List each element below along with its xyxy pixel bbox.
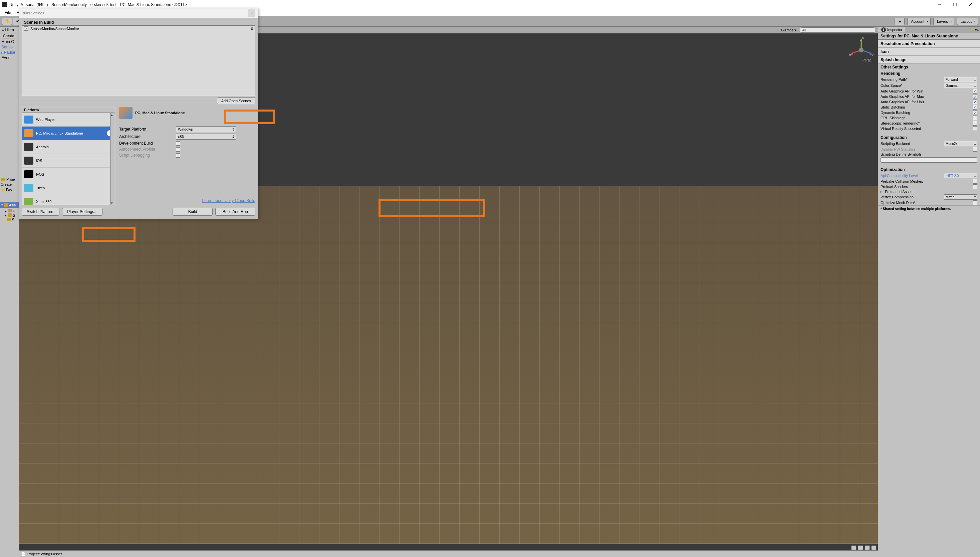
hierarchy-item[interactable]: Pause bbox=[0, 50, 19, 55]
build-and-run-button[interactable]: Build And Run bbox=[215, 208, 255, 216]
inspector-checkbox[interactable] bbox=[973, 200, 977, 205]
perspective-label[interactable]: Persp bbox=[863, 59, 871, 62]
platform-list[interactable]: Web PlayerPC, Mac & Linux StandaloneAndr… bbox=[22, 113, 115, 205]
layers-dropdown[interactable]: Layers bbox=[933, 18, 954, 25]
project-tab[interactable]: Proje bbox=[0, 177, 19, 182]
dialog-titlebar[interactable]: Build Settings × bbox=[19, 8, 258, 18]
axis-x-label: x bbox=[849, 53, 851, 57]
build-option-row: Autoconnect Profiler bbox=[119, 146, 255, 152]
status-file-name: ProjectSettings.asset bbox=[28, 552, 62, 556]
project-create-button[interactable]: Create bbox=[1, 182, 18, 186]
build-button[interactable]: Build bbox=[172, 208, 213, 216]
axis-gizmo[interactable]: z x y Persp bbox=[848, 37, 874, 64]
build-option-checkbox[interactable] bbox=[176, 141, 180, 146]
inspector-row: GPU Skinning* bbox=[878, 115, 980, 121]
inspector-checkbox[interactable] bbox=[973, 147, 977, 151]
info-icon: i bbox=[881, 28, 886, 32]
preloaded-assets-expand[interactable]: Preloaded Assets bbox=[878, 189, 980, 194]
inspector-checkbox[interactable] bbox=[973, 184, 977, 189]
cloud-build-link[interactable]: Learn about Unity Cloud Build bbox=[119, 196, 255, 205]
platform-big-icon bbox=[119, 107, 133, 119]
maximize-button[interactable] bbox=[947, 0, 963, 9]
preview-icon[interactable] bbox=[851, 545, 856, 550]
section-other[interactable]: Other Settings bbox=[878, 64, 980, 70]
hand-tool-button[interactable]: ✋ bbox=[2, 18, 12, 25]
folder-icon bbox=[8, 213, 12, 217]
platform-item[interactable]: tvOS bbox=[22, 168, 115, 181]
cloud-button[interactable]: ☁ bbox=[895, 18, 905, 25]
hierarchy-panel: ≡ Hiera Create Main C Senso Pause Event bbox=[0, 27, 19, 60]
platform-item[interactable]: PC, Mac & Linux Standalone bbox=[22, 127, 115, 140]
inspector-row: Static Batching bbox=[878, 104, 980, 110]
gizmos-dropdown[interactable]: Gizmos ▾ bbox=[781, 28, 796, 33]
scripting-symbols-input[interactable] bbox=[881, 157, 977, 163]
hierarchy-item[interactable]: Event bbox=[0, 55, 19, 60]
scene-item[interactable]: SensorMonitor/SensorMonitor 0 bbox=[22, 26, 255, 31]
section-resolution[interactable]: Resolution and Presentation bbox=[878, 40, 980, 48]
project-subfolder[interactable]: ▸ P bbox=[5, 209, 15, 213]
inspector-checkbox[interactable] bbox=[973, 89, 977, 93]
inspector-select[interactable]: Mixed ... bbox=[944, 194, 977, 200]
preview-icon[interactable] bbox=[858, 545, 863, 550]
hierarchy-tab[interactable]: ≡ Hiera bbox=[0, 27, 19, 33]
inspector-checkbox[interactable] bbox=[973, 121, 977, 125]
inspector-select[interactable]: Mono2x bbox=[944, 141, 977, 146]
preview-icon[interactable] bbox=[865, 545, 870, 550]
platform-item[interactable]: Tizen bbox=[22, 181, 115, 195]
inspector-label: Api Compatibility Level bbox=[881, 174, 942, 178]
project-subfolder[interactable]: ▸ S bbox=[5, 213, 15, 218]
platform-item[interactable]: iOS bbox=[22, 154, 115, 168]
inspector-select[interactable]: .NET 2.0 bbox=[944, 173, 977, 178]
inspector-checkbox[interactable] bbox=[973, 116, 977, 120]
scene-search-input[interactable] bbox=[799, 28, 876, 33]
favorites-item[interactable]: ★Fav bbox=[0, 187, 19, 192]
layout-dropdown[interactable]: Layout bbox=[957, 18, 978, 25]
build-option-select[interactable]: Windows bbox=[176, 126, 236, 132]
inspector-checkbox[interactable] bbox=[973, 94, 977, 99]
hierarchy-create-button[interactable]: Create bbox=[1, 33, 16, 38]
section-splash[interactable]: Splash Image bbox=[878, 56, 980, 64]
project-subfolder[interactable]: S bbox=[5, 218, 15, 222]
platform-header: Platform bbox=[22, 107, 115, 113]
platform-item[interactable]: Xbox 360 bbox=[22, 195, 115, 205]
scene-list[interactable]: SensorMonitor/SensorMonitor 0 bbox=[22, 26, 255, 96]
player-settings-button[interactable]: Player Settings... bbox=[62, 208, 102, 216]
platform-item[interactable]: Android bbox=[22, 140, 115, 154]
group-configuration: Configuration bbox=[878, 135, 980, 140]
assets-folder-selected[interactable]: Ass bbox=[0, 202, 19, 208]
close-button[interactable] bbox=[963, 0, 978, 9]
preview-icon[interactable] bbox=[871, 545, 876, 550]
shared-setting-note: * Shared setting between multiple platfo… bbox=[878, 205, 980, 212]
platform-icon bbox=[24, 184, 33, 192]
inspector-checkbox[interactable] bbox=[973, 99, 977, 104]
platform-scrollbar[interactable] bbox=[110, 113, 115, 205]
menu-file[interactable]: File bbox=[2, 10, 14, 15]
inspector-tab[interactable]: i Inspector bbox=[878, 27, 906, 33]
inspector-row: Auto Graphics API for Mac bbox=[878, 94, 980, 99]
inspector-checkbox[interactable] bbox=[973, 126, 977, 131]
inspector-select[interactable]: Forward bbox=[944, 77, 977, 82]
platform-item[interactable]: Web Player bbox=[22, 113, 115, 127]
inspector-label: Static Batching bbox=[881, 105, 971, 109]
minimize-button[interactable] bbox=[932, 0, 947, 9]
inspector-checkbox[interactable] bbox=[973, 179, 977, 184]
section-icon[interactable]: Icon bbox=[878, 48, 980, 56]
hierarchy-item[interactable]: Main C bbox=[0, 39, 19, 44]
axis-z-label: z bbox=[872, 53, 874, 57]
scene-index: 0 bbox=[251, 27, 253, 31]
platform-name: Xbox 360 bbox=[36, 200, 51, 204]
dialog-close-button[interactable]: × bbox=[248, 9, 255, 17]
inspector-checkbox[interactable] bbox=[973, 105, 977, 109]
inspector-row: Preload Shaders bbox=[878, 184, 980, 189]
switch-platform-button[interactable]: Switch Platform bbox=[22, 208, 59, 216]
account-dropdown[interactable]: Account bbox=[907, 18, 931, 25]
inspector-row: Scripting BackendMono2x bbox=[878, 140, 980, 147]
scene-checkbox[interactable] bbox=[24, 26, 28, 31]
inspector-checkbox[interactable] bbox=[973, 110, 977, 115]
inspector-row: Disable HW Statistics bbox=[878, 147, 980, 152]
lock-icon[interactable]: 🔒 ▾≡ bbox=[969, 28, 980, 32]
build-option-select[interactable]: x86 bbox=[176, 134, 236, 140]
add-open-scenes-button[interactable]: Add Open Scenes bbox=[217, 98, 255, 104]
hierarchy-item[interactable]: Senso bbox=[0, 44, 19, 50]
inspector-select[interactable]: Gamma bbox=[944, 83, 977, 88]
